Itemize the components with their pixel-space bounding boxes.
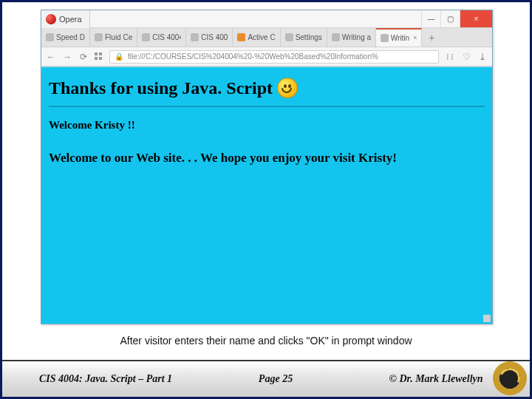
grid-icon: [46, 33, 54, 41]
welcome-line: Welcome Kristy !!: [49, 119, 485, 132]
smiley-icon: [277, 78, 298, 98]
close-button[interactable]: ×: [460, 10, 492, 27]
opera-label: Opera: [59, 15, 82, 24]
maximize-button[interactable]: ▢: [440, 10, 460, 27]
titlebar: Opera — ▢ ×: [41, 10, 492, 28]
tab-writing-2[interactable]: Writin×: [376, 28, 423, 47]
tab-speed-dial[interactable]: Speed Di: [41, 28, 90, 47]
horizontal-rule: [49, 106, 485, 107]
tab-cis4004-1[interactable]: CIS 4004: [137, 28, 186, 47]
footer-center: Page 25: [209, 361, 342, 397]
tab-cis4004-2[interactable]: CIS 400: [186, 28, 233, 47]
new-tab-button[interactable]: +: [422, 28, 441, 47]
visit-line: Welcome to our Web site. . . We hope you…: [49, 151, 485, 166]
download-icon[interactable]: ⤓: [477, 52, 488, 62]
slide-footer: CIS 4004: Java. Script – Part 1 Page 25 …: [2, 360, 530, 397]
tab-settings[interactable]: Settings: [281, 28, 327, 47]
heart-icon[interactable]: ♡: [461, 52, 471, 62]
caption-text: After visitor enters their name and clic…: [2, 335, 530, 347]
page-icon: [95, 33, 103, 41]
opera-icon: [46, 14, 56, 24]
bookmark-icon[interactable]: ⫶⫶: [445, 52, 455, 62]
lock-icon: 🔒: [115, 52, 123, 61]
back-button[interactable]: ←: [46, 52, 56, 62]
window-buttons: — ▢ ×: [421, 10, 492, 27]
tab-close-icon[interactable]: ×: [413, 34, 417, 41]
page-icon: [381, 34, 389, 42]
reload-button[interactable]: ⟳: [78, 52, 89, 62]
tab-fluid[interactable]: Fluid Ce: [90, 28, 137, 47]
page-icon: [191, 33, 199, 41]
ucf-logo: [493, 361, 527, 395]
minimize-button[interactable]: —: [421, 10, 440, 27]
browser-window: Opera — ▢ × Speed Di Fluid Ce CIS 4004 C…: [41, 10, 493, 324]
speed-dial-icon[interactable]: [95, 52, 103, 61]
page-icon: [332, 33, 340, 41]
opera-menu[interactable]: Opera: [41, 10, 90, 28]
page-icon: [142, 33, 150, 41]
forward-button[interactable]: →: [62, 52, 72, 62]
url-text: file:///C:/COURSES/CIS%204004%20-%20Web%…: [128, 52, 378, 61]
heading-text: Thanks for using Java. Script: [49, 79, 273, 97]
page-viewport: Thanks for using Java. Script Welcome Kr…: [41, 66, 492, 324]
page-icon: [237, 33, 245, 41]
url-input[interactable]: 🔒 file:///C:/COURSES/CIS%204004%20-%20We…: [109, 50, 439, 64]
gear-icon: [285, 33, 293, 41]
resize-handle[interactable]: [483, 315, 491, 322]
address-right-icons: ⫶⫶ ♡ ⤓: [445, 52, 488, 62]
tab-bar: Speed Di Fluid Ce CIS 4004 CIS 400 Activ…: [41, 28, 492, 47]
slide: Opera — ▢ × Speed Di Fluid Ce CIS 4004 C…: [0, 0, 532, 399]
tab-active[interactable]: Active C: [233, 28, 280, 47]
page-heading: Thanks for using Java. Script: [49, 78, 485, 97]
tab-writing-1[interactable]: Writing a: [327, 28, 376, 47]
footer-left: CIS 4004: Java. Script – Part 1: [2, 361, 209, 397]
address-bar: ← → ⟳ 🔒 file:///C:/COURSES/CIS%204004%20…: [41, 47, 492, 66]
